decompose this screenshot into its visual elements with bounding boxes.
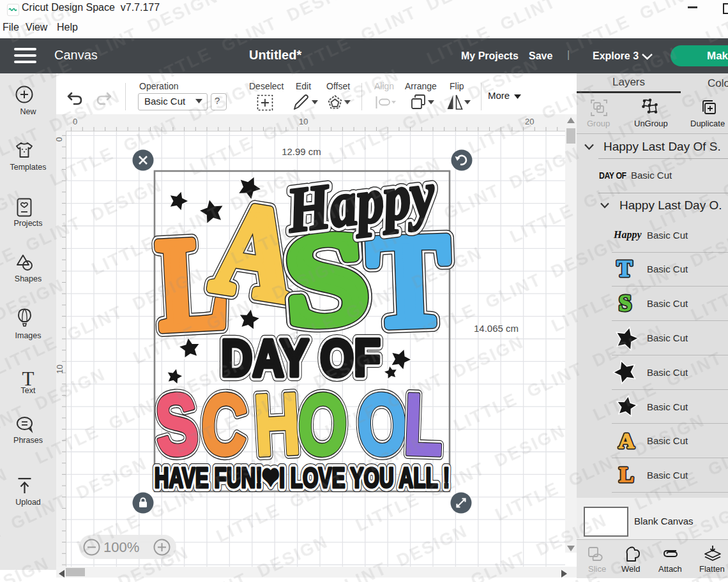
svg-text:S: S bbox=[153, 375, 201, 474]
svg-text:L: L bbox=[402, 376, 444, 474]
svg-text:O: O bbox=[356, 375, 408, 473]
svg-text:T: T bbox=[617, 256, 632, 281]
svg-text:O: O bbox=[296, 375, 349, 473]
svg-text:S: S bbox=[619, 290, 632, 316]
svg-text:HAVE FUN!❤I LOVE YOU ALL !: HAVE FUN!❤I LOVE YOU ALL ! bbox=[155, 461, 450, 493]
svg-text:H: H bbox=[252, 375, 302, 474]
svg-text:L: L bbox=[619, 463, 634, 486]
svg-text:A: A bbox=[619, 429, 635, 452]
svg-text:14.065 cm: 14.065 cm bbox=[474, 323, 519, 334]
svg-text:12.99 cm: 12.99 cm bbox=[282, 146, 321, 157]
svg-text:C: C bbox=[199, 375, 249, 474]
